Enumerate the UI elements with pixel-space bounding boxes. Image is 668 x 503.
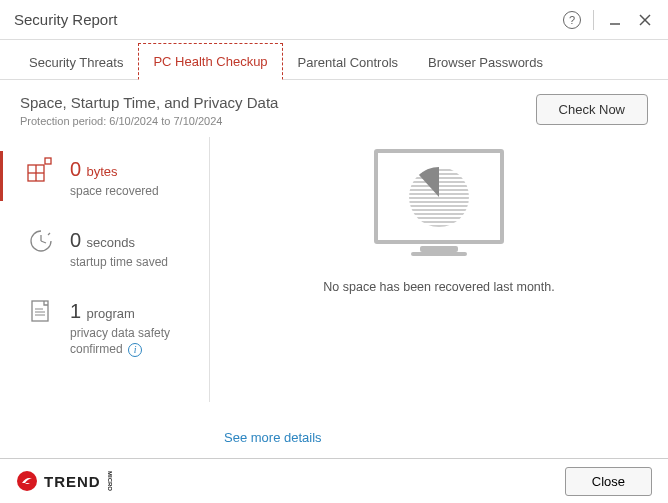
- stats-column: 0 bytes space recovered 0 seconds startu…: [0, 137, 210, 402]
- stat-startup-text: 0 seconds startup time saved: [70, 226, 168, 271]
- see-more-details-link[interactable]: See more details: [224, 430, 322, 445]
- svg-line-8: [41, 241, 46, 243]
- svg-rect-10: [32, 301, 48, 321]
- tab-pc-health-checkup[interactable]: PC Health Checkup: [138, 43, 282, 80]
- logo-icon: [16, 470, 38, 492]
- pie-chart-icon: [402, 160, 476, 234]
- close-button[interactable]: Close: [565, 467, 652, 496]
- trend-micro-logo: TREND MICRO: [16, 470, 113, 492]
- logo-text: TREND: [44, 473, 101, 490]
- stat-privacy-unit: program: [86, 306, 134, 321]
- stat-space: 0 bytes space recovered: [26, 155, 209, 200]
- svg-point-16: [17, 471, 37, 491]
- stat-startup-desc: startup time saved: [70, 255, 168, 269]
- logo-subtext: MICRO: [107, 471, 113, 491]
- svg-rect-6: [45, 158, 51, 164]
- window-header: Security Report ?: [0, 0, 668, 40]
- svg-line-9: [48, 233, 50, 235]
- footer: TREND MICRO Close: [0, 458, 668, 503]
- info-icon[interactable]: i: [128, 343, 142, 357]
- status-message: No space has been recovered last month.: [323, 280, 554, 294]
- document-icon: [26, 297, 56, 327]
- window-title: Security Report: [14, 11, 117, 28]
- stat-privacy-text: 1 program privacy data safety confirmed …: [70, 297, 209, 359]
- content-header-text: Space, Startup Time, and Privacy Data Pr…: [20, 94, 278, 127]
- tab-browser-passwords[interactable]: Browser Passwords: [413, 44, 558, 80]
- monitor-base: [411, 252, 467, 256]
- monitor-illustration: [374, 149, 504, 244]
- stat-privacy-desc: privacy data safety confirmed: [70, 326, 170, 357]
- minimize-icon[interactable]: [606, 11, 624, 29]
- stat-space-desc: space recovered: [70, 184, 159, 198]
- stat-space-unit: bytes: [86, 164, 117, 179]
- content-header: Space, Startup Time, and Privacy Data Pr…: [0, 80, 668, 137]
- main-body: 0 bytes space recovered 0 seconds startu…: [0, 137, 668, 402]
- stat-startup: 0 seconds startup time saved: [26, 226, 209, 271]
- clock-icon: [26, 226, 56, 256]
- stat-startup-unit: seconds: [86, 235, 134, 250]
- help-icon[interactable]: ?: [563, 11, 581, 29]
- divider: [593, 10, 594, 30]
- content-title: Space, Startup Time, and Privacy Data: [20, 94, 278, 111]
- stat-space-value: 0: [70, 158, 81, 180]
- stat-privacy-value: 1: [70, 300, 81, 322]
- protection-period: Protection period: 6/10/2024 to 7/10/202…: [20, 115, 278, 127]
- check-now-button[interactable]: Check Now: [536, 94, 648, 125]
- header-controls: ?: [563, 10, 654, 30]
- status-column: No space has been recovered last month.: [210, 137, 668, 402]
- tab-security-threats[interactable]: Security Threats: [14, 44, 138, 80]
- stat-space-text: 0 bytes space recovered: [70, 155, 159, 200]
- tab-parental-controls[interactable]: Parental Controls: [283, 44, 413, 80]
- stat-startup-value: 0: [70, 229, 81, 251]
- stat-privacy: 1 program privacy data safety confirmed …: [26, 297, 209, 359]
- tab-bar: Security Threats PC Health Checkup Paren…: [0, 40, 668, 80]
- grid-icon: [26, 155, 56, 185]
- close-icon[interactable]: [636, 11, 654, 29]
